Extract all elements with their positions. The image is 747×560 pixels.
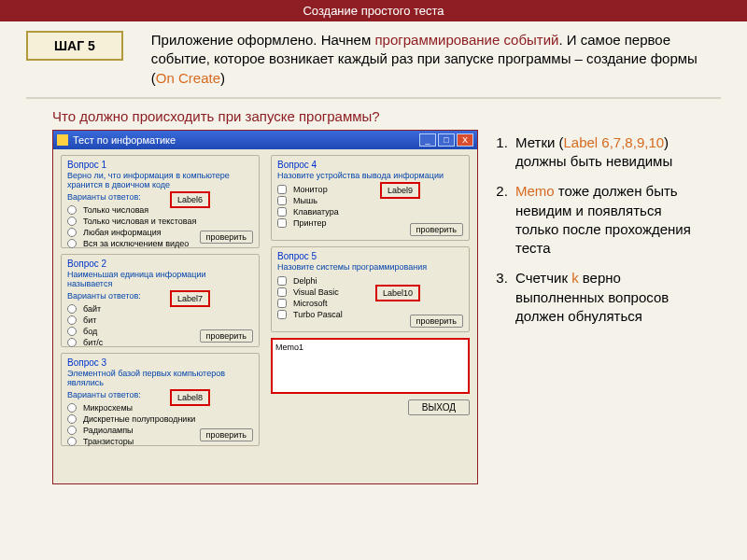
window-titlebar: Тест по информатике _ □ X bbox=[53, 131, 477, 149]
opt-label: Дискретные полупроводники bbox=[83, 413, 195, 425]
q5-check-button[interactable]: проверить bbox=[410, 315, 463, 328]
label7-marker: Label7 bbox=[170, 290, 210, 307]
opt-label: Транзисторы bbox=[83, 436, 134, 447]
question-4-group: Вопрос 4 Назовите устройства вывода инфо… bbox=[271, 155, 470, 241]
app-screenshot: Тест по информатике _ □ X Вопрос 1 Верно… bbox=[52, 130, 478, 484]
q2-opt[interactable]: байт bbox=[67, 303, 253, 315]
maximize-button[interactable]: □ bbox=[438, 133, 455, 147]
q3-opt[interactable]: Дискретные полупроводники bbox=[67, 413, 253, 425]
q4-text: Назовите устройства вывода информации bbox=[277, 172, 463, 181]
opt-label: Microsoft bbox=[293, 298, 328, 309]
sub-heading: Что должно происходить при запуске прогр… bbox=[52, 108, 721, 124]
q3-text: Элементной базой первых компьютеров явля… bbox=[67, 370, 253, 388]
label10-marker: Label10 bbox=[375, 285, 420, 301]
lower-area: Тест по информатике _ □ X Вопрос 1 Верно… bbox=[26, 130, 721, 484]
q5-opt[interactable]: Delphi bbox=[277, 275, 463, 287]
opt-label: Клавиатура bbox=[293, 206, 339, 217]
top-row: ШАГ 5 Приложение оформлено. Начнем прогр… bbox=[26, 31, 721, 88]
intro-part: ) bbox=[220, 70, 225, 86]
q4-opt[interactable]: Мышь bbox=[277, 195, 463, 206]
opt-label: Монитор bbox=[293, 184, 328, 195]
divider bbox=[26, 97, 721, 99]
window-title: Тест по информатике bbox=[73, 134, 417, 146]
label9-marker: Label9 bbox=[380, 182, 420, 199]
opt-label: Turbo Pascal bbox=[293, 309, 343, 320]
q4-opt[interactable]: Клавиатура bbox=[277, 206, 463, 217]
memo-field[interactable]: Memo1 bbox=[271, 338, 470, 394]
pt1-a: Метки ( bbox=[515, 134, 563, 150]
q3-variants: Варианты ответов: bbox=[67, 391, 253, 400]
q4-title: Вопрос 4 bbox=[277, 160, 463, 170]
opt-label: байт bbox=[83, 303, 101, 315]
q2-variants: Варианты ответов: bbox=[67, 292, 253, 301]
instructions-list: Метки (Label 6,7,8,9,10) должны быть нев… bbox=[491, 130, 695, 484]
label8-marker: Label8 bbox=[170, 389, 210, 406]
pt3-a: Счетчик bbox=[515, 270, 571, 286]
q2-text: Наименьшая единица информации называется bbox=[67, 271, 253, 289]
point-2: Memo тоже должен быть невидим и появлять… bbox=[512, 182, 695, 258]
right-column: Вопрос 4 Назовите устройства вывода инфо… bbox=[271, 155, 470, 476]
form-body: Вопрос 1 Верно ли, что информация в комп… bbox=[53, 149, 477, 483]
intro-part: Приложение оформлено. Начнем bbox=[151, 32, 375, 48]
q5-opt[interactable]: Visual Basic bbox=[277, 287, 463, 298]
opt-label: Любая информация bbox=[83, 227, 162, 238]
intro-text: Приложение оформлено. Начнем программиро… bbox=[151, 31, 721, 88]
opt-label: Visual Basic bbox=[293, 287, 339, 298]
opt-label: бод bbox=[83, 326, 97, 337]
q2-title: Вопрос 2 bbox=[67, 259, 253, 269]
opt-label: Мышь bbox=[293, 195, 317, 206]
question-2-group: Вопрос 2 Наименьшая единица информации н… bbox=[61, 254, 260, 347]
q5-text: Назовите системы программирования bbox=[277, 263, 463, 273]
step-label: ШАГ 5 bbox=[54, 38, 95, 53]
q2-check-button[interactable]: проверить bbox=[200, 329, 253, 343]
close-button[interactable]: X bbox=[457, 133, 473, 147]
opt-label: Радиолампы bbox=[83, 425, 134, 436]
point-3: Счетчик k верно выполненных вопросов дол… bbox=[512, 269, 695, 326]
opt-label: Только числовая bbox=[83, 204, 148, 216]
q1-variants: Варианты ответов: bbox=[67, 193, 253, 203]
oncreate-highlight: On Create bbox=[156, 70, 220, 86]
label6-marker: Label6 bbox=[170, 191, 210, 208]
q3-check-button[interactable]: проверить bbox=[200, 428, 253, 441]
opt-label: бит bbox=[83, 315, 96, 326]
q1-opt[interactable]: Только числовая bbox=[67, 204, 253, 216]
intro-highlight: программирование событий bbox=[374, 32, 558, 48]
q1-title: Вопрос 1 bbox=[67, 160, 253, 170]
opt-label: Микросхемы bbox=[83, 402, 133, 413]
step-badge: ШАГ 5 bbox=[26, 31, 123, 61]
opt-label: Delphi bbox=[293, 275, 317, 287]
q4-opt[interactable]: Монитор bbox=[277, 184, 463, 195]
question-1-group: Вопрос 1 Верно ли, что информация в комп… bbox=[61, 155, 260, 248]
q5-opt[interactable]: Microsoft bbox=[277, 298, 463, 309]
q1-opt[interactable]: Только числовая и текстовая bbox=[67, 216, 253, 227]
point-1: Метки (Label 6,7,8,9,10) должны быть нев… bbox=[512, 133, 695, 172]
minimize-button[interactable]: _ bbox=[419, 133, 436, 147]
question-3-group: Вопрос 3 Элементной базой первых компьют… bbox=[61, 353, 260, 446]
q2-opt[interactable]: бит bbox=[67, 315, 253, 326]
page-title: Создание простого теста bbox=[303, 4, 444, 18]
q4-check-button[interactable]: проверить bbox=[410, 223, 463, 236]
opt-label: Только числовая и текстовая bbox=[83, 216, 196, 227]
pt3-k: k bbox=[571, 270, 579, 286]
opt-label: Принтер bbox=[293, 217, 327, 229]
q3-title: Вопрос 3 bbox=[67, 357, 253, 368]
q1-text: Верно ли, что информация в компьютере хр… bbox=[67, 172, 253, 190]
q3-opt[interactable]: Микросхемы bbox=[67, 402, 253, 413]
pt2-memo: Memo bbox=[515, 183, 555, 199]
pt1-labels: Label 6,7,8,9,10 bbox=[563, 134, 664, 150]
left-column: Вопрос 1 Верно ли, что информация в комп… bbox=[61, 155, 260, 476]
exit-button[interactable]: ВЫХОД bbox=[408, 399, 470, 415]
page-title-bar: Создание простого теста bbox=[0, 0, 747, 21]
content: ШАГ 5 Приложение оформлено. Начнем прогр… bbox=[0, 21, 747, 484]
q5-title: Вопрос 5 bbox=[277, 251, 463, 261]
q1-check-button[interactable]: проверить bbox=[200, 231, 253, 244]
question-5-group: Вопрос 5 Назовите системы программирован… bbox=[271, 246, 470, 332]
opt-label: Вся за исключением видео bbox=[83, 238, 189, 249]
app-icon bbox=[57, 134, 68, 146]
opt-label: бит/с bbox=[83, 337, 103, 348]
